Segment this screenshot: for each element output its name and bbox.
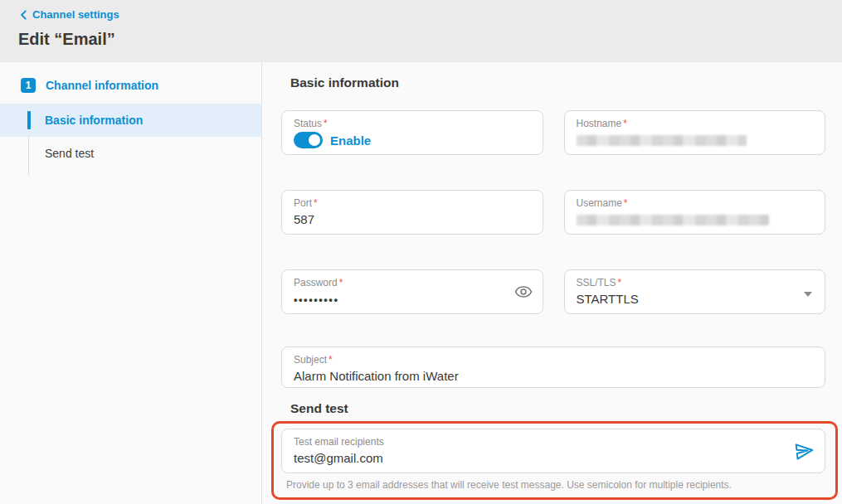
subject-value: Alarm Notification from iWater — [294, 369, 813, 383]
main-content: Basic information Status* Enable Hostnam… — [262, 62, 842, 504]
required-asterisk: * — [324, 118, 328, 129]
ssl-tls-select[interactable]: SSL/TLS* STARTTLS — [564, 269, 826, 314]
test-email-recipients-value: test@gmail.com — [294, 451, 813, 465]
sidebar-item-basic-information[interactable]: Basic information — [0, 104, 261, 137]
required-asterisk: * — [314, 197, 318, 209]
status-toggle[interactable] — [294, 132, 323, 148]
section-title-basic-information: Basic information — [290, 75, 825, 90]
subject-field[interactable]: Subject* Alarm Notification from iWater — [281, 346, 825, 388]
send-icon[interactable] — [794, 441, 815, 462]
page-title: Edit “Email” — [18, 30, 842, 49]
required-asterisk: * — [339, 277, 343, 288]
ssl-tls-label: SSL/TLS* — [577, 277, 814, 288]
required-asterisk: * — [329, 354, 333, 366]
sidebar-step-channel-information[interactable]: 1 Channel information — [0, 73, 261, 98]
page-header: Channel settings Edit “Email” — [0, 0, 842, 62]
hostname-label: Hostname* — [577, 118, 814, 129]
breadcrumb-back-link[interactable]: Channel settings — [18, 8, 119, 21]
breadcrumb-label: Channel settings — [32, 8, 119, 21]
sidebar-item-send-test[interactable]: Send test — [0, 137, 261, 170]
stepper-sidebar: 1 Channel information Basic information … — [0, 62, 262, 504]
hostname-field[interactable]: Hostname* — [564, 110, 826, 155]
chevron-left-icon — [18, 9, 30, 21]
port-field[interactable]: Port* 587 — [281, 190, 543, 235]
dropdown-arrow-icon[interactable] — [804, 292, 812, 297]
password-field[interactable]: Password* ••••••••• — [281, 269, 543, 314]
status-label: Status* — [294, 118, 531, 129]
test-email-recipients-label: Test email recipients — [294, 436, 813, 448]
port-label: Port* — [294, 197, 531, 209]
username-field[interactable]: Username* — [564, 190, 826, 235]
visibility-icon[interactable] — [514, 283, 533, 301]
annotation-highlight-box: Test email recipients test@gmail.com Pro… — [271, 421, 838, 500]
password-label: Password* — [294, 277, 531, 288]
required-asterisk: * — [624, 197, 628, 209]
required-asterisk: * — [623, 118, 627, 129]
toggle-knob — [309, 134, 320, 146]
test-email-recipients-field[interactable]: Test email recipients test@gmail.com — [281, 429, 825, 473]
section-title-send-test: Send test — [290, 401, 825, 416]
sidebar-item-label: Basic information — [45, 114, 143, 127]
step-substeps: Basic information Send test — [0, 104, 261, 170]
step-number-badge: 1 — [21, 78, 36, 93]
status-value: Enable — [330, 133, 371, 148]
ssl-tls-value: STARTTLS — [577, 292, 814, 306]
port-value: 587 — [294, 212, 531, 226]
required-asterisk: * — [618, 277, 622, 288]
password-value: ••••••••• — [294, 293, 531, 306]
username-label: Username* — [577, 197, 814, 209]
hostname-value-redacted — [577, 135, 747, 146]
status-field: Status* Enable — [281, 110, 543, 155]
subject-label: Subject* — [294, 354, 813, 366]
username-value-redacted — [577, 215, 769, 225]
sidebar-item-label: Send test — [45, 147, 94, 160]
step-label: Channel information — [46, 79, 158, 92]
test-email-helper-text: Provide up to 3 email addresses that wil… — [286, 479, 825, 491]
